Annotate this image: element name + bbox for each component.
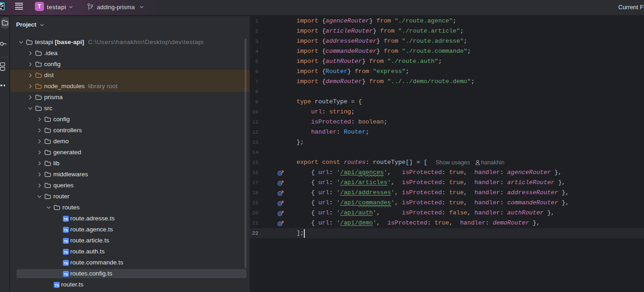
svg-text:TS: TS xyxy=(64,251,68,254)
svg-text:TS: TS xyxy=(55,284,59,287)
svg-text:TS: TS xyxy=(64,218,68,221)
svg-text:TS: TS xyxy=(64,240,68,243)
svg-text:TS: TS xyxy=(64,229,68,232)
svg-text:TS: TS xyxy=(64,262,68,265)
svg-text:TS: TS xyxy=(64,273,68,276)
